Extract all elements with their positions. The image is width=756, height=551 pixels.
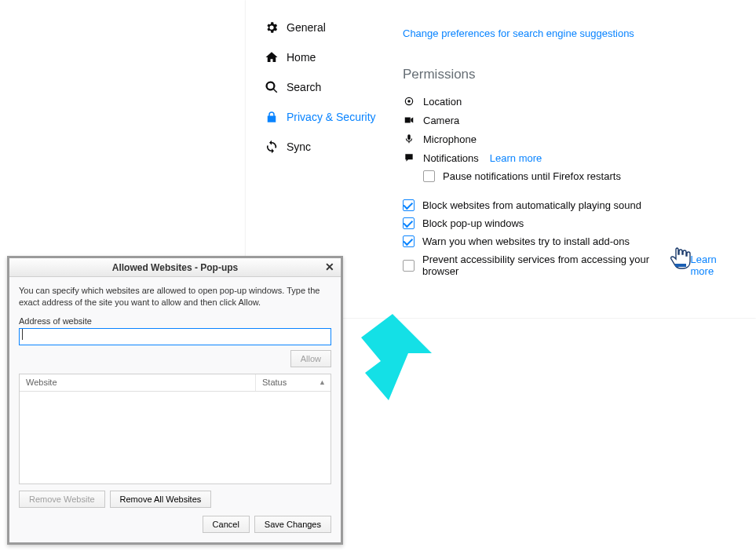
sidebar-item-label: Search — [287, 81, 321, 93]
sync-icon — [265, 140, 279, 154]
permission-label: Location — [423, 96, 462, 108]
search-icon — [265, 80, 279, 94]
svg-point-0 — [407, 100, 411, 103]
remove-all-websites-button[interactable]: Remove All Websites — [110, 491, 212, 508]
checkbox-row-pause-notifications: Pause notifications until Firefox restar… — [403, 167, 740, 185]
checkbox-pause-notifications[interactable] — [423, 170, 435, 182]
sidebar-item-label: Sync — [287, 140, 311, 153]
permission-label: Camera — [423, 115, 459, 126]
location-icon — [403, 95, 415, 108]
notifications-icon — [403, 151, 415, 164]
checkbox-block-popups[interactable] — [403, 217, 415, 229]
gear-icon — [265, 20, 279, 35]
preferences-content: Change preferences for search engine sug… — [403, 27, 740, 280]
allow-button[interactable]: Allow — [290, 350, 331, 367]
cancel-button[interactable]: Cancel — [203, 516, 250, 533]
annotation-arrow-icon — [345, 314, 432, 411]
microphone-icon — [403, 133, 415, 145]
dialog-title: Allowed Websites - Pop-ups — [112, 262, 238, 273]
dialog-titlebar: Allowed Websites - Pop-ups ✕ — [9, 258, 341, 277]
preferences-sidebar: General Home Search Privacy & Security S… — [261, 16, 379, 165]
permission-row-camera: Camera Settings... — [403, 111, 740, 130]
checkbox-row-prevent-a11y: Prevent accessibility services from acce… — [403, 250, 740, 280]
sidebar-item-label: Home — [287, 51, 316, 64]
checkbox-warn-addons[interactable] — [403, 235, 415, 247]
table-body[interactable] — [20, 392, 331, 483]
checkbox-block-media[interactable] — [403, 199, 415, 211]
checkbox-label: Warn you when websites try to install ad… — [422, 235, 630, 247]
sidebar-item-search[interactable]: Search — [261, 75, 379, 99]
sidebar-item-privacy-security[interactable]: Privacy & Security — [261, 105, 379, 129]
table-header: Website Status ▲ — [20, 374, 331, 392]
permission-label: Notifications — [423, 152, 479, 164]
sort-indicator-icon: ▲ — [319, 378, 326, 386]
dialog-close-button[interactable]: ✕ — [322, 260, 338, 276]
address-input[interactable] — [19, 328, 331, 345]
column-header-status[interactable]: Status ▲ — [256, 374, 331, 391]
checkbox-prevent-a11y[interactable] — [403, 260, 415, 272]
websites-table: Website Status ▲ — [19, 374, 331, 484]
allowed-popups-dialog: Allowed Websites - Pop-ups ✕ You can spe… — [7, 256, 343, 545]
sidebar-item-label: Privacy & Security — [287, 111, 376, 123]
lock-icon — [265, 110, 279, 124]
address-label: Address of website — [19, 316, 331, 326]
remove-website-button[interactable]: Remove Website — [19, 491, 105, 508]
permission-label: Microphone — [423, 133, 477, 145]
checkbox-label: Prevent accessibility services from acce… — [422, 254, 677, 277]
permission-row-location: Location Settings... — [403, 92, 740, 111]
save-changes-button[interactable]: Save Changes — [254, 516, 331, 533]
column-header-status-label: Status — [262, 378, 287, 387]
checkbox-label: Block pop-up windows — [422, 217, 524, 229]
sidebar-item-label: General — [287, 21, 326, 34]
permissions-title: Permissions — [403, 67, 740, 82]
checkbox-row-block-media: Block websites from automatically playin… — [403, 196, 740, 214]
camera-icon — [403, 114, 415, 126]
search-suggestions-link[interactable]: Change preferences for search engine sug… — [403, 27, 634, 39]
a11y-learn-more-link[interactable]: Learn more — [691, 254, 740, 277]
home-icon — [265, 50, 279, 64]
notifications-learn-more-link[interactable]: Learn more — [490, 152, 542, 164]
checkbox-row-block-popups: Block pop-up windows Exceptions... — [403, 214, 740, 232]
permission-row-microphone: Microphone Settings... — [403, 130, 740, 148]
svg-marker-3 — [361, 314, 432, 400]
sidebar-item-sync[interactable]: Sync — [261, 135, 379, 159]
dialog-description: You can specify which websites are allow… — [19, 285, 331, 308]
checkbox-label: Block websites from automatically playin… — [422, 199, 641, 211]
text-caret — [22, 329, 23, 340]
checkbox-row-warn-addons: Warn you when websites try to install ad… — [403, 232, 740, 250]
permission-row-notifications: Notifications Learn more Settings... — [403, 148, 740, 167]
column-header-website[interactable]: Website — [20, 374, 256, 391]
sidebar-item-home[interactable]: Home — [261, 46, 379, 69]
sidebar-item-general[interactable]: General — [261, 16, 379, 39]
checkbox-label: Pause notifications until Firefox restar… — [443, 170, 621, 182]
